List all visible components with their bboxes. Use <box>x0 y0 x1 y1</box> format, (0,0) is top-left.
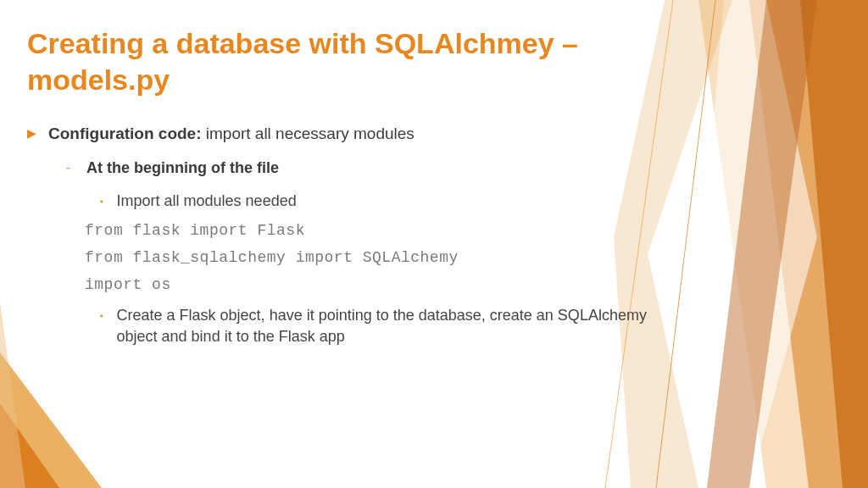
code-line: from flask_sqlalchemy import SQLAlchemy <box>0 249 868 266</box>
bullet-level3: ▪ Create a Flask object, have it pointin… <box>0 305 661 347</box>
bullet-marker-icon: ▶ <box>27 125 36 142</box>
bullet-text: Configuration code: import all necessary… <box>48 123 415 146</box>
bullet-level2: - At the beginning of the file <box>0 158 868 179</box>
bullet-level1: ▶ Configuration code: import all necessa… <box>0 123 868 146</box>
bullet-text: Import all modules needed <box>117 191 297 212</box>
dash-marker-icon: - <box>64 160 71 177</box>
bullet-text: At the beginning of the file <box>86 158 279 179</box>
square-marker-icon: ▪ <box>100 196 103 208</box>
code-line: import os <box>0 276 868 293</box>
bullet-level3: ▪ Import all modules needed <box>0 191 661 212</box>
slide-title: Creating a database with SQLAlchmey – mo… <box>0 25 721 118</box>
code-line: from flask import Flask <box>0 222 868 239</box>
slide-content: Creating a database with SQLAlchmey – mo… <box>0 0 868 347</box>
bullet-text: Create a Flask object, have it pointing … <box>117 305 661 347</box>
square-marker-icon: ▪ <box>100 310 103 322</box>
